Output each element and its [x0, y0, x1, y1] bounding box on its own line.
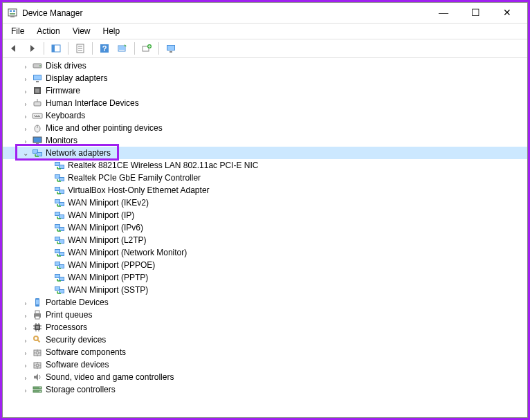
toolbar-separator — [68, 42, 68, 55]
scan-button[interactable] — [114, 41, 131, 56]
expand-icon[interactable]: › — [21, 347, 30, 357]
svg-rect-118 — [36, 326, 39, 329]
devices-button[interactable] — [163, 41, 179, 56]
menu-help[interactable]: Help — [98, 25, 126, 37]
svg-rect-32 — [34, 115, 35, 116]
tree-category[interactable]: ›Security devices — [3, 334, 527, 346]
tree-category[interactable]: ›Human Interface Devices — [3, 97, 527, 109]
menu-view[interactable]: View — [67, 25, 96, 37]
svg-rect-33 — [36, 115, 37, 116]
titlebar[interactable]: Device Manager — ☐ ✕ — [3, 3, 527, 24]
svg-rect-73 — [60, 215, 64, 218]
tree-device[interactable]: VirtualBox Host-Only Ethernet Adapter — [3, 184, 527, 197]
expand-icon[interactable]: › — [21, 98, 30, 108]
svg-rect-21 — [170, 51, 172, 53]
network-icon — [54, 172, 65, 183]
menu-action[interactable]: Action — [31, 25, 65, 37]
minimize-button[interactable]: — — [428, 3, 459, 23]
category-label: Keyboards — [46, 111, 85, 120]
category-label: Network adapters — [46, 148, 111, 158]
tree-category[interactable]: ›Storage controllers — [3, 383, 527, 396]
network-icon — [54, 185, 65, 196]
tree-device[interactable]: WAN Miniport (SSTP) — [3, 284, 527, 296]
tree-device[interactable]: WAN Miniport (IKEv2) — [3, 197, 527, 209]
svg-point-135 — [39, 387, 41, 389]
expand-icon[interactable]: › — [21, 73, 30, 83]
mouse-icon — [32, 122, 43, 134]
portable-icon — [32, 297, 43, 308]
device-tree[interactable]: ›Disk drives›Display adapters›Firmware›H… — [3, 58, 527, 417]
collapse-icon[interactable]: ⌄ — [21, 148, 30, 158]
network-icon — [54, 160, 65, 171]
close-button[interactable]: ✕ — [491, 3, 523, 23]
software-icon — [32, 359, 43, 370]
help-button[interactable]: ? — [96, 41, 113, 56]
expand-icon[interactable]: › — [21, 335, 30, 345]
tree-category[interactable]: ›Software devices — [3, 358, 527, 371]
category-label: Storage controllers — [46, 385, 116, 394]
properties-button[interactable] — [72, 41, 89, 56]
tree-category[interactable]: ›Portable Devices — [3, 296, 527, 309]
expand-icon[interactable]: › — [21, 111, 30, 120]
tree-device[interactable]: WAN Miniport (PPTP) — [3, 271, 527, 284]
tree-device[interactable]: Realtek PCIe GbE Family Controller — [3, 172, 527, 184]
svg-rect-43 — [37, 153, 42, 156]
tree-category[interactable]: ›Firmware — [3, 84, 527, 97]
svg-rect-31 — [33, 113, 42, 118]
svg-rect-28 — [35, 89, 39, 93]
expand-icon[interactable]: › — [21, 61, 30, 71]
tree-category[interactable]: ›Keyboards — [3, 109, 527, 122]
expand-icon[interactable]: › — [21, 360, 30, 369]
category-label: Disk drives — [46, 61, 86, 71]
add-device-button[interactable] — [138, 41, 155, 56]
category-label: Display adapters — [46, 73, 107, 83]
show-hide-console-button[interactable] — [48, 41, 64, 56]
category-label: Firmware — [46, 86, 80, 95]
tree-device[interactable]: WAN Miniport (Network Monitor) — [3, 246, 527, 259]
display-icon — [32, 73, 43, 84]
device-label: WAN Miniport (IKEv2) — [68, 198, 149, 208]
expand-icon[interactable]: › — [21, 310, 30, 320]
expand-icon[interactable]: › — [21, 385, 30, 394]
toolbar-separator — [158, 42, 159, 55]
svg-rect-3 — [13, 10, 15, 12]
network-icon — [54, 235, 65, 246]
expand-icon[interactable]: › — [21, 123, 30, 133]
forward-button[interactable] — [24, 41, 40, 56]
keyboard-icon — [32, 110, 43, 121]
network-icon — [54, 247, 65, 258]
tree-device[interactable]: WAN Miniport (IPv6) — [3, 221, 527, 234]
tree-device[interactable]: WAN Miniport (PPPOE) — [3, 259, 527, 271]
expand-icon[interactable]: › — [21, 298, 30, 307]
tree-category[interactable]: ⌄Network adapters — [3, 147, 527, 159]
network-icon — [54, 284, 65, 295]
svg-rect-0 — [8, 9, 17, 16]
tree-category[interactable]: ›Sound, video and game controllers — [3, 371, 527, 383]
expand-icon[interactable]: › — [21, 86, 30, 95]
tree-category[interactable]: ›Display adapters — [3, 72, 527, 84]
network-icon — [54, 259, 65, 271]
tree-category[interactable]: ›Disk drives — [3, 60, 527, 72]
svg-rect-49 — [60, 165, 64, 168]
tree-device[interactable]: WAN Miniport (L2TP) — [3, 234, 527, 246]
tree-category[interactable]: ›Monitors — [3, 134, 527, 147]
back-button[interactable] — [6, 41, 22, 56]
processor-icon — [32, 322, 43, 333]
svg-point-136 — [39, 391, 41, 392]
tree-category[interactable]: ›Software components — [3, 346, 527, 358]
tree-category[interactable]: ›Print queues — [3, 309, 527, 321]
tree-device[interactable]: WAN Miniport (IP) — [3, 209, 527, 221]
svg-rect-38 — [33, 137, 42, 143]
toolbar: ? — [3, 39, 527, 58]
maximize-button[interactable]: ☐ — [459, 3, 491, 23]
tree-category[interactable]: ›Mice and other pointing devices — [3, 122, 527, 134]
expand-icon[interactable]: › — [21, 136, 30, 145]
tree-category[interactable]: ›Processors — [3, 321, 527, 334]
svg-rect-91 — [60, 253, 64, 255]
expand-icon[interactable]: › — [21, 322, 30, 332]
hid-icon — [32, 98, 43, 109]
expand-icon[interactable]: › — [21, 372, 30, 382]
tree-device[interactable]: Realtek 8821CE Wireless LAN 802.11ac PCI… — [3, 159, 527, 172]
device-label: WAN Miniport (IP) — [68, 210, 134, 220]
menu-file[interactable]: File — [6, 25, 30, 37]
